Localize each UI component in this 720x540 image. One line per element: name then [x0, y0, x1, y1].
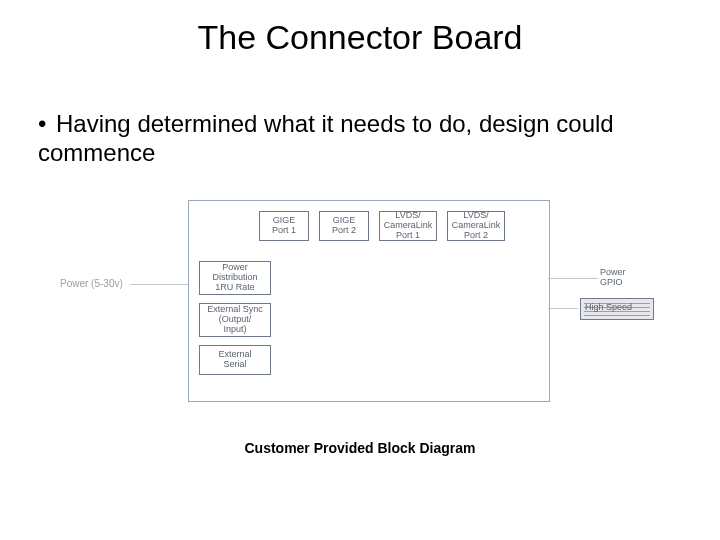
bullet-item: •Having determined what it needs to do, … [38, 110, 680, 168]
block-external-serial: External Serial [199, 345, 271, 375]
diagram-caption: Customer Provided Block Diagram [0, 440, 720, 456]
block-power-distribution: Power Distribution 1RU Rate [199, 261, 271, 295]
connector-board-outline: GIGE Port 1 GIGE Port 2 LVDS/ CameraLink… [188, 200, 550, 402]
power-input-label: Power (5-30v) [60, 278, 123, 289]
high-speed-label: High Speed [585, 302, 632, 312]
bullet-dot: • [38, 110, 56, 139]
slide-title: The Connector Board [0, 18, 720, 57]
block-gige-port-1: GIGE Port 1 [259, 211, 309, 241]
block-gige-port-2: GIGE Port 2 [319, 211, 369, 241]
block-lvds-port-2: LVDS/ CameraLink Port 2 [447, 211, 505, 241]
right-power-gpio-label: Power GPIO [600, 268, 626, 288]
block-external-sync: External Sync (Output/ Input) [199, 303, 271, 337]
block-high-speed: High Speed [580, 298, 654, 320]
bullet-text: Having determined what it needs to do, d… [38, 110, 614, 166]
block-lvds-port-1: LVDS/ CameraLink Port 1 [379, 211, 437, 241]
connector-line [548, 308, 578, 309]
slide: The Connector Board •Having determined w… [0, 0, 720, 540]
power-input-line [130, 284, 190, 285]
block-diagram: Power (5-30v) Connector Board GIGE Port … [60, 200, 660, 405]
connector-line [548, 278, 598, 279]
